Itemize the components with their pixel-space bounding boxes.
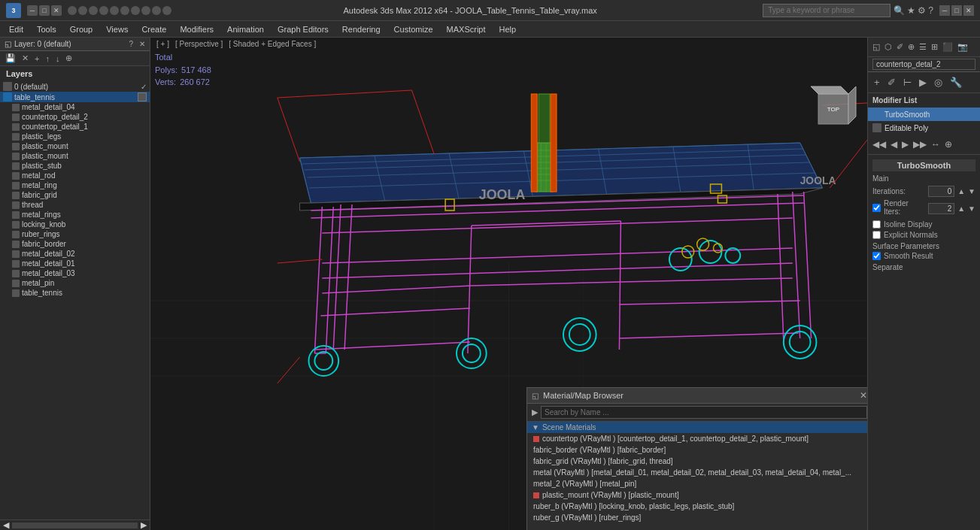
list-item[interactable]: fabric_grid (9, 190, 150, 200)
list-item[interactable]: metal_ring (9, 180, 150, 190)
list-item[interactable]: thread (9, 200, 150, 210)
mat-search-input[interactable] (541, 406, 867, 419)
delete-layer-btn[interactable]: ✕ (20, 53, 31, 64)
toolbar-btn[interactable] (78, 6, 87, 15)
toolbar-btn[interactable] (152, 6, 161, 15)
rp-icon-1[interactable]: ◱ (871, 41, 881, 53)
list-item[interactable]: metal_detail_02 (9, 249, 150, 259)
rp-nav-5[interactable]: ↔ (930, 138, 942, 151)
mat-browser-close[interactable]: ✕ (860, 390, 867, 401)
list-item[interactable]: table_tennis (9, 288, 150, 298)
layer-item-table-tennis[interactable]: table_tennis (0, 92, 150, 102)
list-item[interactable]: countertop_detail_2 (9, 112, 150, 122)
panel-help[interactable]: ? (129, 40, 133, 48)
isoline-checkbox[interactable] (872, 220, 881, 229)
object-name-input[interactable] (872, 59, 975, 70)
move-down-btn[interactable]: ↓ (53, 53, 62, 64)
menu-group[interactable]: Group (64, 23, 99, 35)
panel-close[interactable]: ✕ (139, 40, 145, 48)
toolbar-btn[interactable] (141, 6, 150, 15)
list-item[interactable]: locking_knob (9, 220, 150, 229)
iterations-input[interactable] (928, 186, 954, 197)
rp-nav-4[interactable]: ▶▶ (912, 138, 928, 151)
render-iters-checkbox[interactable] (872, 204, 881, 212)
list-item[interactable]: metal_pin (9, 278, 150, 288)
scroll-right[interactable]: ▶ (141, 520, 147, 531)
toolbar-btn[interactable] (68, 6, 77, 15)
list-item[interactable]: ruber_g (VRayMtl ) [ruber_rings] (527, 512, 867, 523)
move-up-btn[interactable]: ↑ (43, 53, 52, 64)
new-layer-btn[interactable]: 💾 (3, 53, 18, 64)
smooth-result-checkbox[interactable] (872, 252, 881, 260)
main-minimize[interactable]: ─ (939, 5, 950, 16)
expand-btn[interactable]: ⊕ (63, 53, 74, 64)
rp-icon-6[interactable]: ⊞ (930, 41, 939, 53)
list-item[interactable]: plastic_mount (VRayMtl ) [plastic_mount] (527, 489, 867, 501)
menu-customize[interactable]: Customize (388, 23, 439, 35)
menu-views[interactable]: Views (100, 23, 134, 35)
list-item[interactable]: metal_detail_03 (9, 268, 150, 278)
settings-icon[interactable]: ⚙ (918, 5, 926, 16)
list-item[interactable]: metal_detail_04 (9, 102, 150, 112)
render-iters-down[interactable]: ▼ (968, 204, 975, 213)
help-icon[interactable]: ? (928, 5, 933, 16)
layer-item-default[interactable]: 0 (default) ✓ (0, 81, 150, 92)
list-item[interactable]: countertop_detail_1 (9, 122, 150, 132)
list-item[interactable]: ruber_rings (9, 229, 150, 239)
modifier-turbosmooth[interactable]: TurboSmooth (868, 108, 980, 121)
rp-nav-3[interactable]: ▶ (900, 138, 910, 151)
render-iters-input[interactable] (928, 203, 954, 214)
rp-tab-3[interactable]: ⊢ (900, 75, 915, 89)
rp-icon-7[interactable]: ⬛ (941, 41, 954, 53)
iterations-up[interactable]: ▲ (957, 187, 965, 195)
explicit-normals-checkbox[interactable] (872, 231, 881, 239)
toolbar-btn[interactable] (120, 6, 129, 15)
menu-rendering[interactable]: Rendering (336, 23, 387, 35)
bookmark-icon[interactable]: ★ (907, 5, 915, 16)
rp-icon-4[interactable]: ⊕ (906, 41, 916, 53)
list-item[interactable]: metal_detail_01 (9, 259, 150, 268)
menu-create[interactable]: Create (135, 23, 172, 35)
list-item[interactable]: metal_rings (9, 210, 150, 220)
rp-nav-6[interactable]: ⊕ (943, 138, 954, 151)
toolbar-btn[interactable] (131, 6, 140, 15)
rp-nav-1[interactable]: ◀◀ (871, 138, 887, 151)
menu-graph-editors[interactable]: Graph Editors (272, 23, 335, 35)
list-item[interactable]: fabric_grid (VRayMtl ) [fabric_grid, thr… (527, 456, 867, 467)
rp-icon-8[interactable]: 📷 (956, 41, 969, 53)
list-item[interactable]: metal_rod (9, 171, 150, 180)
layer-visibility[interactable] (138, 92, 147, 101)
list-item[interactable]: metal_2 (VRayMtl ) [metal_pin] (527, 478, 867, 489)
viewport[interactable]: [ + ] [ Perspective ] [ Shaded + Edged F… (150, 38, 867, 530)
win-maximize[interactable]: □ (39, 5, 50, 16)
add-layer-btn[interactable]: + (32, 53, 41, 64)
list-item[interactable]: fabric_border (VRayMtl ) [fabric_border] (527, 444, 867, 456)
list-item[interactable]: ruber_b (VRayMtl ) [locking_knob, plasti… (527, 501, 867, 512)
rp-nav-2[interactable]: ◀ (889, 138, 899, 151)
list-item[interactable]: metal (VRayMtl ) [metal_detail_01, metal… (527, 467, 867, 478)
list-item[interactable]: plastic_mount (9, 141, 150, 151)
win-minimize[interactable]: ─ (27, 5, 38, 16)
list-item[interactable]: plastic_stub (9, 161, 150, 171)
toolbar-btn[interactable] (110, 6, 119, 15)
rp-icon-3[interactable]: ✐ (895, 41, 905, 53)
rp-tab-6[interactable]: 🔧 (947, 75, 965, 89)
rp-tab-5[interactable]: ◎ (931, 75, 945, 89)
main-close[interactable]: ✕ (963, 5, 974, 16)
iterations-down[interactable]: ▼ (968, 187, 975, 195)
list-item[interactable]: countertop (VRayMtl ) [countertop_detail… (527, 433, 867, 444)
menu-tools[interactable]: Tools (31, 23, 62, 35)
menu-help[interactable]: Help (493, 23, 523, 35)
toolbar-btn[interactable] (99, 6, 108, 15)
menu-animation[interactable]: Animation (221, 23, 270, 35)
scroll-left[interactable]: ◀ (3, 520, 9, 531)
rp-tab-1[interactable]: + (871, 75, 883, 89)
rp-icon-5[interactable]: ☰ (918, 41, 928, 53)
list-item[interactable]: plastic_legs (9, 132, 150, 141)
modifier-editable-poly[interactable]: Editable Poly (868, 121, 980, 135)
search-input[interactable] (763, 4, 890, 17)
search-icon[interactable]: 🔍 (894, 5, 905, 16)
render-iters-up[interactable]: ▲ (957, 204, 965, 213)
nav-cube[interactable]: TOP (807, 83, 860, 135)
menu-modifiers[interactable]: Modifiers (174, 23, 220, 35)
